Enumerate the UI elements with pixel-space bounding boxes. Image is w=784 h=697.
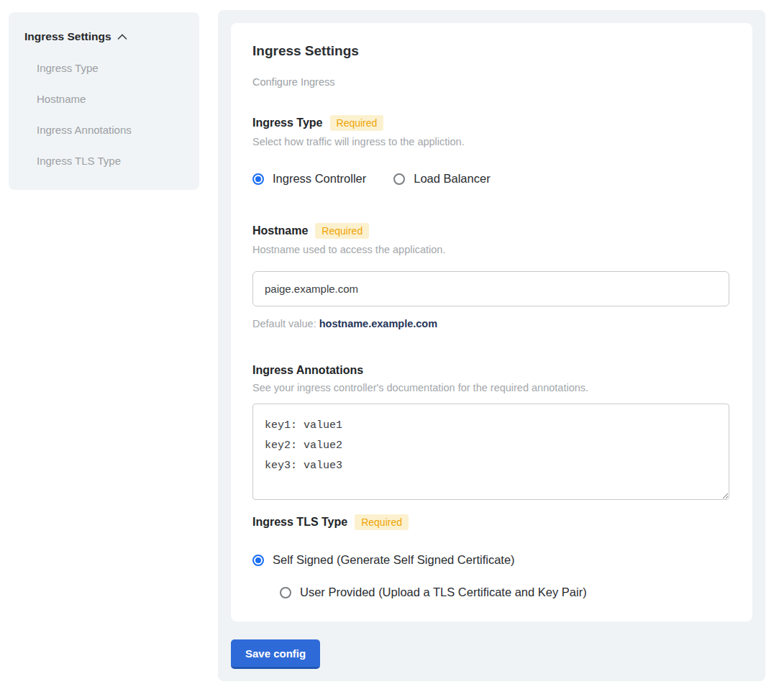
radio-label: Load Balancer	[414, 172, 490, 186]
page-title: Ingress Settings	[252, 43, 731, 59]
default-value-text: hostname.example.com	[319, 318, 437, 329]
radio-button-icon[interactable]	[252, 555, 264, 566]
ingress-annotations-description: See your ingress controller's documentat…	[252, 382, 731, 393]
section-ingress-type: Ingress Type Required Select how traffic…	[252, 115, 731, 186]
section-ingress-annotations: Ingress Annotations See your ingress con…	[252, 364, 731, 500]
chevron-up-icon	[117, 30, 127, 43]
sidebar-group-label: Ingress Settings	[24, 30, 111, 43]
ingress-type-description: Select how traffic will ingress to the a…	[252, 136, 731, 147]
ingress-tls-type-label: Ingress TLS Type	[252, 516, 347, 529]
radio-ingress-controller[interactable]: Ingress Controller	[252, 172, 366, 186]
radio-label: Ingress Controller	[273, 172, 366, 186]
radio-button-icon[interactable]	[393, 173, 405, 185]
required-badge: Required	[330, 115, 384, 131]
radio-button-icon[interactable]	[252, 173, 264, 185]
required-badge: Required	[315, 223, 369, 239]
hostname-label: Hostname	[252, 224, 308, 237]
radio-self-signed[interactable]: Self Signed (Generate Self Signed Certif…	[252, 553, 731, 567]
hostname-description: Hostname used to access the application.	[252, 244, 731, 255]
sidebar-item-ingress-type[interactable]: Ingress Type	[37, 62, 183, 74]
save-config-button[interactable]: Save config	[231, 639, 320, 669]
settings-sidebar: Ingress Settings Ingress Type Hostname I…	[9, 12, 199, 190]
ingress-annotations-textarea[interactable]: key1: value1 key2: value2 key3: value3	[252, 404, 729, 500]
default-value-prefix: Default value:	[252, 318, 319, 329]
radio-label: Self Signed (Generate Self Signed Certif…	[273, 553, 515, 567]
page-subtitle: Configure Ingress	[252, 76, 731, 88]
radio-button-icon[interactable]	[280, 587, 291, 598]
sidebar-group-ingress-settings[interactable]: Ingress Settings	[24, 30, 183, 43]
settings-panel: Ingress Settings Configure Ingress Ingre…	[218, 10, 765, 681]
hostname-input[interactable]	[252, 271, 729, 306]
ingress-settings-card: Ingress Settings Configure Ingress Ingre…	[231, 23, 752, 621]
section-hostname: Hostname Required Hostname used to acces…	[252, 223, 731, 329]
ingress-annotations-label: Ingress Annotations	[252, 364, 363, 377]
ingress-type-label: Ingress Type	[252, 117, 323, 129]
required-badge: Required	[355, 514, 409, 530]
sidebar-item-ingress-tls-type[interactable]: Ingress TLS Type	[37, 155, 183, 167]
sidebar-item-ingress-annotations[interactable]: Ingress Annotations	[37, 124, 183, 136]
radio-label: User Provided (Upload a TLS Certificate …	[300, 586, 587, 599]
hostname-default-line: Default value: hostname.example.com	[252, 318, 731, 329]
radio-user-provided[interactable]: User Provided (Upload a TLS Certificate …	[280, 586, 731, 599]
sidebar-item-hostname[interactable]: Hostname	[37, 93, 183, 105]
section-ingress-tls-type: Ingress TLS Type Required Self Signed (G…	[252, 514, 731, 599]
radio-load-balancer[interactable]: Load Balancer	[393, 172, 490, 186]
